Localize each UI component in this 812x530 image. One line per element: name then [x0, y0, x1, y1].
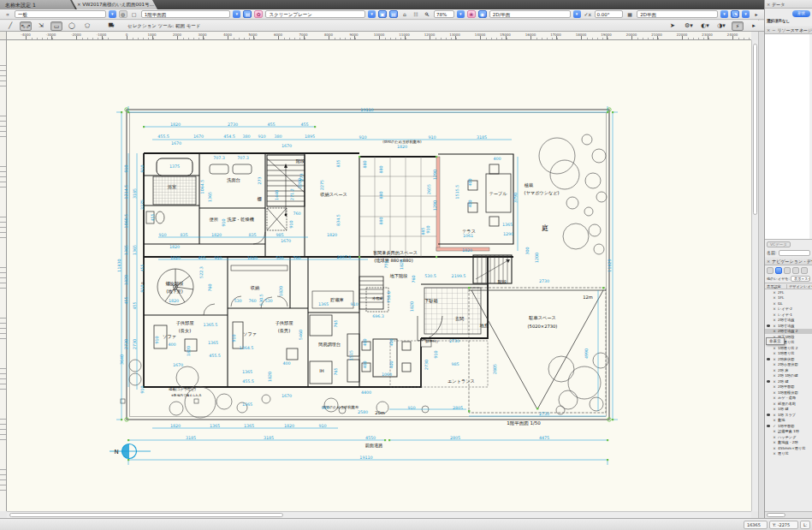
resource-manager-header[interactable]: × − リソースマネージャ [765, 26, 812, 34]
visibility-mark[interactable]: × [771, 396, 778, 400]
lasso-mode-icon[interactable]: ◯ [66, 21, 78, 31]
eye-icon[interactable] [765, 425, 771, 427]
object-info-header[interactable]: × データ [765, 0, 812, 9]
visibility-mark[interactable]: × [771, 301, 778, 306]
vc-data-button[interactable]: VCデータ [767, 241, 791, 247]
snap-grid-dropdown-icon[interactable]: ⚙▾ [683, 21, 695, 31]
panel-scrollbar-thumb[interactable] [767, 513, 785, 517]
link-icon[interactable]: ∝ [3, 10, 12, 18]
layer-row[interactable]: ×2階 1階の壁 [765, 373, 812, 379]
layer-column-header[interactable]: デザインレイヤ [787, 284, 812, 289]
visibility-mark[interactable]: × [771, 313, 778, 317]
reference-dropdown[interactable]: 2D平面 [637, 10, 718, 18]
plane-dropdown-arrow[interactable]: ▾ [368, 10, 376, 18]
layer-row[interactable]: ×1階 壁 [765, 407, 812, 413]
visibility-mark[interactable]: × [771, 413, 778, 417]
layer-row[interactable]: ×1FL [765, 295, 812, 301]
home-icon[interactable]: ⌂ [400, 10, 409, 18]
reference-dropdown-arrow[interactable]: ▾ [720, 10, 728, 18]
close-icon[interactable]: × [767, 27, 770, 33]
layer-row[interactable]: ×ハッチング [765, 434, 812, 440]
visibility-mark[interactable]: × [771, 435, 778, 439]
more-dropdown-arrow[interactable]: ▾ [742, 10, 750, 18]
collapse-icon[interactable]: − [772, 27, 775, 33]
nav-classes-icon[interactable] [767, 267, 773, 274]
visibility-mark[interactable]: × [771, 402, 778, 406]
layer-dropdown-arrow[interactable]: ▾ [233, 10, 240, 18]
class-dropdown[interactable]: 一般 [15, 10, 106, 18]
vertical-ruler[interactable] [0, 40, 7, 511]
layer-row[interactable]: ×レイヤ-2 [765, 307, 812, 313]
layer-row[interactable]: ×2階床伏図 [765, 356, 812, 362]
class-visibility-icon[interactable]: ✿ [254, 10, 263, 18]
visibility-mark[interactable]: × [771, 351, 778, 355]
doc2-icon[interactable]: ▤ [389, 10, 398, 18]
resource-browser[interactable] [765, 34, 812, 240]
layer-row[interactable]: ×2階寸法線 [765, 318, 812, 324]
visibility-mark[interactable]: × [771, 384, 778, 389]
horizontal-scrollbar-thumb[interactable] [9, 513, 283, 517]
layer-row[interactable]: ×部屋の名前 [765, 401, 812, 407]
rotate-view-icon[interactable]: ✓x [584, 10, 592, 18]
layer-row[interactable]: ×455mm+通り芯 [765, 445, 812, 451]
layer-options-icon[interactable]: ▤ [243, 10, 252, 18]
visibility-mark[interactable]: × [771, 407, 778, 411]
layer-row[interactable]: ✓1階平面図 [765, 423, 812, 429]
visibility-mark[interactable]: × [771, 390, 778, 395]
floor-plan-drawing[interactable]: 浴室洗面台便所洗濯・乾燥機棚階段収納スペース客間兼多目的スペース(琉球畳 880… [7, 40, 751, 511]
eye-icon[interactable] [765, 358, 771, 360]
visibility-mark[interactable]: × [771, 440, 778, 444]
visibility-mark[interactable]: × [771, 318, 778, 322]
marquee-mode-icon[interactable]: ▭ [50, 21, 62, 31]
layer-row[interactable]: ×2階平面図 [765, 384, 812, 390]
snap-angle-dropdown-icon[interactable]: ◑▾ [715, 21, 727, 31]
snap-object-dropdown-icon[interactable]: ◐▾ [699, 21, 711, 31]
panel-scrollbar[interactable] [765, 511, 812, 518]
layer-row[interactable]: ×1階通り芯 2 [765, 345, 812, 351]
visibility-mark[interactable]: × [771, 379, 778, 384]
eye-icon[interactable] [765, 325, 771, 327]
drawing-canvas[interactable]: 浴室洗面台便所洗濯・乾燥機棚階段収納スペース客間兼多目的スペース(琉球畳 880… [7, 40, 751, 511]
design-layer-list[interactable]: 非表示 ×2FL×1FL×GL×レイヤ-2×レイヤ-1×2階寸法線×1階寸法線×… [765, 289, 812, 511]
layer-row[interactable]: ×カゲ・道路 [765, 396, 812, 402]
vertical-scrollbar[interactable] [751, 40, 758, 511]
vertical-scrollbar-thumb[interactable] [753, 44, 757, 215]
visibility-mark[interactable]: × [771, 307, 778, 311]
nav-layers-icon[interactable] [775, 267, 782, 274]
doc-icon[interactable]: ▣ [378, 10, 387, 18]
name-filter-input[interactable] [779, 250, 810, 256]
eye-icon[interactable] [765, 380, 771, 383]
nav-saved-views-icon[interactable] [801, 267, 808, 274]
class-options-icon[interactable]: ◍ [119, 10, 127, 18]
toggle-icon[interactable]: ▢ [130, 10, 139, 18]
visibility-mark[interactable]: × [771, 290, 778, 295]
visibility-mark[interactable]: ✓ [771, 424, 778, 428]
nav-viewports-icon[interactable] [792, 267, 799, 274]
visibility-mark[interactable]: × [771, 346, 778, 350]
cursor-icon[interactable]: ➤ [667, 21, 679, 31]
layer-row[interactable]: ×2階小屋伏図 [765, 362, 812, 368]
smart-cursor-icon[interactable]: ⚡ [732, 21, 744, 31]
toolbar-overflow-icon[interactable]: ▸ [752, 10, 761, 18]
horizontal-ruler[interactable]: -4000-3000-2000-100001000200030004000500… [7, 32, 751, 40]
user-icon[interactable]: ☷ [412, 10, 420, 18]
rotation-field[interactable]: 0.00° [595, 10, 624, 18]
shape-tab-button[interactable]: 形状 [792, 10, 810, 17]
nav-sheets-icon[interactable] [784, 267, 791, 274]
layer-row[interactable]: ×2FL [765, 289, 812, 295]
other-layers-dropdown[interactable]: 表示+スナップ [791, 276, 810, 282]
visibility-mark[interactable]: × [771, 362, 778, 366]
visibility-mark[interactable]: × [771, 324, 778, 328]
polygon-lasso-mode-icon[interactable]: ⬠ [81, 21, 93, 31]
layer-row[interactable]: ×2階 壁 [765, 378, 812, 384]
visibility-column-header[interactable]: 表示設定 [765, 284, 787, 289]
layer-row[interactable]: ×GL [765, 301, 812, 307]
flyover-icon[interactable]: ❀ [467, 10, 476, 18]
horizontal-scrollbar[interactable] [7, 511, 751, 518]
layer-row[interactable]: ×敷地線 - 2階 [765, 440, 812, 446]
tab-untitled[interactable]: 名称未設定 1 [0, 0, 75, 9]
layer-row[interactable]: ×2階 床 [765, 367, 812, 373]
line-tool-icon[interactable]: ╱ [4, 21, 16, 31]
navigation-header[interactable]: × ナビゲーション・デザ [765, 257, 812, 265]
visibility-mark[interactable]: × [771, 451, 778, 456]
